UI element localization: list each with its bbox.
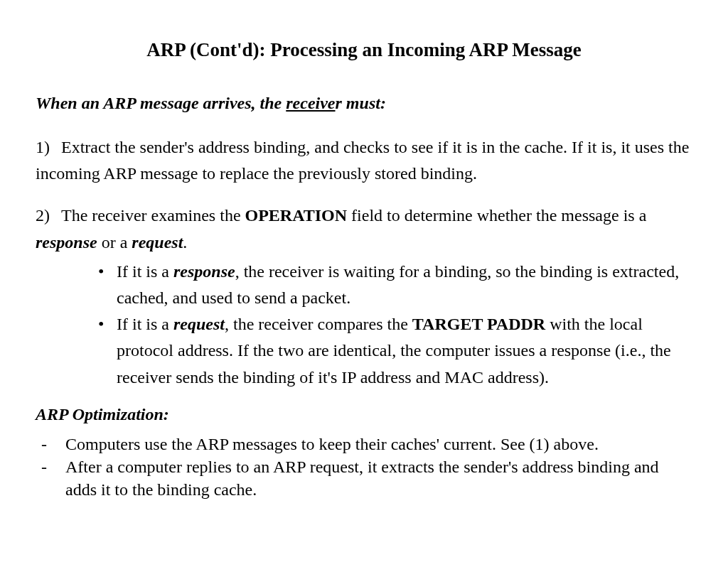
intro-prefix: When an ARP message arrives, the bbox=[36, 94, 286, 112]
bold-operation: OPERATION bbox=[245, 206, 348, 225]
intro-underlined: receive bbox=[286, 94, 335, 112]
bullet-item: If it is a request, the receiver compare… bbox=[98, 311, 692, 391]
item-number: 1) bbox=[36, 134, 61, 161]
text-part: field to determine whether the message i… bbox=[347, 206, 646, 225]
text-part: . bbox=[183, 233, 187, 252]
text-part: If it is a bbox=[117, 315, 173, 333]
dash-list: Computers use the ARP messages to keep t… bbox=[41, 433, 692, 502]
italic-bold-request: request bbox=[132, 233, 183, 252]
text-part: , the receiver compares the bbox=[225, 315, 412, 333]
page-title: ARP (Cont'd): Processing an Incoming ARP… bbox=[36, 39, 692, 61]
section-subhead: ARP Optimization: bbox=[36, 405, 692, 424]
intro-line: When an ARP message arrives, the receive… bbox=[36, 94, 692, 113]
bold-target-paddr: TARGET PADDR bbox=[412, 315, 545, 333]
text-part: or a bbox=[97, 233, 132, 252]
italic-bold-response: response bbox=[173, 262, 235, 281]
dash-item: Computers use the ARP messages to keep t… bbox=[41, 433, 692, 455]
item-text: Extract the sender's address binding, an… bbox=[36, 138, 689, 183]
italic-bold-request: request bbox=[173, 315, 225, 333]
text-part: If it is a bbox=[117, 262, 173, 281]
numbered-item-2: 2)The receiver examines the OPERATION fi… bbox=[36, 202, 692, 255]
text-part: The receiver examines the bbox=[61, 206, 245, 225]
bullet-list: If it is a response, the receiver is wai… bbox=[98, 259, 692, 391]
item-number: 2) bbox=[36, 202, 61, 229]
dash-item: After a computer replies to an ARP reque… bbox=[41, 455, 692, 502]
italic-bold-response: response bbox=[36, 233, 97, 252]
bullet-item: If it is a response, the receiver is wai… bbox=[98, 259, 692, 311]
intro-suffix: r must: bbox=[336, 94, 386, 112]
numbered-item-1: 1)Extract the sender's address binding, … bbox=[36, 134, 692, 187]
